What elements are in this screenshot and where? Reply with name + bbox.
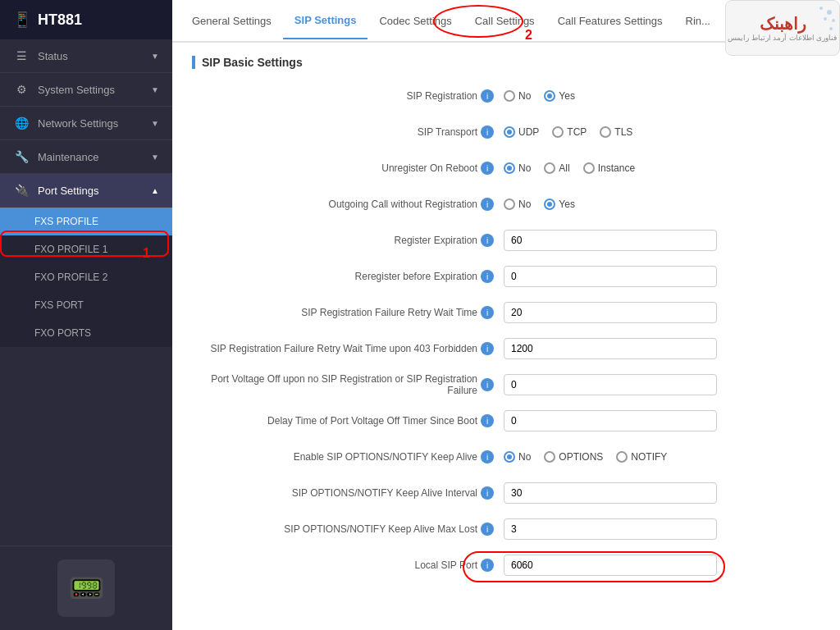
radio-circle — [616, 451, 628, 463]
radio-circle — [600, 126, 611, 138]
tab-codec-settings[interactable]: Codec Settings — [368, 3, 463, 39]
info-icon-options-interval[interactable]: i — [481, 486, 494, 500]
globe-icon: 🌐 — [13, 116, 30, 130]
info-icon-sip-registration[interactable]: i — [481, 89, 494, 103]
sidebar-submenu-fxs-port[interactable]: FXS PORT — [0, 291, 172, 319]
input-delay-time[interactable] — [504, 410, 717, 431]
radio-transport-tcp[interactable]: TCP — [552, 126, 587, 138]
tab-call-settings[interactable]: Call Settings — [463, 3, 546, 39]
sidebar-item-port-settings[interactable]: 🔌 Port Settings ▲ — [0, 174, 172, 208]
info-icon-unregister[interactable]: i — [481, 162, 494, 175]
sidebar-item-status[interactable]: ☰ Status ▼ — [0, 39, 172, 73]
sidebar-submenu-fxo-ports[interactable]: FXO PORTS — [0, 319, 172, 347]
info-icon-reg-expiration[interactable]: i — [481, 234, 494, 247]
info-icon-reg-failure[interactable]: i — [481, 306, 494, 319]
field-enable-sip-options: Enable SIP OPTIONS/NOTIFY Keep Alive i N… — [192, 443, 820, 471]
radio-circle-checked — [504, 162, 515, 174]
tab-general-settings[interactable]: General Settings — [180, 3, 283, 39]
input-port-voltage[interactable] — [504, 374, 717, 395]
port-settings-submenu: FXS PROFILE FXO PROFILE 1 FXO PROFILE 2 … — [0, 208, 172, 347]
label-delay-time: Delay Time of Port Voltage Off Timer Sin… — [192, 414, 504, 427]
radio-circle — [504, 90, 515, 102]
radio-options-options[interactable]: OPTIONS — [544, 451, 603, 463]
field-unregister-on-reboot: Unregister On Reboot i No All Instance — [192, 154, 820, 182]
tab-call-features[interactable]: Call Features Settings — [546, 3, 674, 39]
status-icon: ☰ — [13, 49, 30, 62]
app-title-text: HT881 — [38, 11, 82, 29]
field-outgoing-call: Outgoing Call without Registration i No … — [192, 190, 820, 218]
sidebar-item-maintenance[interactable]: 🔧 Maintenance ▼ — [0, 140, 172, 174]
info-icon-reregister[interactable]: i — [481, 270, 494, 283]
svg-point-1 — [819, 7, 823, 10]
label-unregister: Unregister On Reboot i — [192, 162, 504, 175]
info-icon-local-sip-port[interactable]: i — [481, 559, 494, 572]
section-title: SIP Basic Settings — [192, 56, 820, 69]
fxs-profile-label: FXS PROFILE — [34, 216, 98, 227]
radio-outgoing-yes[interactable]: Yes — [544, 199, 575, 210]
input-reg-failure-retry[interactable] — [504, 302, 717, 323]
svg-point-2 — [832, 19, 835, 22]
input-options-interval[interactable] — [504, 482, 717, 504]
radio-circle — [544, 162, 555, 174]
value-unregister: No All Instance — [504, 162, 820, 174]
sidebar-label-network: Network Settings — [38, 117, 118, 130]
radio-options-no[interactable]: No — [504, 451, 531, 463]
radio-sip-reg-yes[interactable]: Yes — [544, 90, 575, 102]
radio-unregister-instance[interactable]: Instance — [583, 162, 635, 174]
radio-sip-reg-no[interactable]: No — [504, 90, 531, 102]
info-icon-reg-403[interactable]: i — [481, 342, 494, 355]
info-icon-max-lost[interactable]: i — [481, 523, 494, 536]
plug-icon: 🔌 — [13, 184, 30, 197]
label-sip-options-interval: SIP OPTIONS/NOTIFY Keep Alive Interval i — [192, 486, 504, 500]
info-icon-sip-options[interactable]: i — [481, 450, 494, 463]
radio-unregister-all[interactable]: All — [544, 162, 569, 174]
radio-transport-tls[interactable]: TLS — [600, 126, 632, 138]
field-register-expiration: Register Expiration i — [192, 226, 820, 254]
label-enable-sip-options: Enable SIP OPTIONS/NOTIFY Keep Alive i — [192, 450, 504, 463]
info-icon-outgoing-call[interactable]: i — [481, 198, 494, 211]
input-reregister[interactable] — [504, 266, 717, 287]
radio-circle — [504, 199, 515, 210]
fxo-profile-1-label: FXO PROFILE 1 — [34, 244, 107, 255]
label-local-sip-port: Local SIP Port i — [192, 559, 504, 572]
annotation-number-2: 2 — [525, 28, 532, 43]
radio-circle — [552, 126, 564, 138]
chevron-down-icon: ▼ — [151, 153, 159, 162]
input-local-sip-port[interactable] — [504, 555, 717, 576]
value-outgoing-call: No Yes — [504, 199, 820, 210]
radio-group-sip-transport: UDP TCP TLS — [504, 126, 632, 138]
app-icon: 📱 — [13, 11, 31, 29]
radio-transport-udp[interactable]: UDP — [504, 126, 539, 138]
chevron-up-icon: ▲ — [151, 186, 159, 195]
label-sip-registration: SIP Registration i — [192, 89, 504, 103]
svg-point-3 — [824, 17, 827, 21]
sidebar-footer: 📟 — [0, 546, 172, 630]
sidebar-submenu-fxs-profile[interactable]: FXS PROFILE — [0, 208, 172, 235]
radio-options-notify[interactable]: NOTIFY — [616, 451, 667, 463]
info-icon-port-voltage[interactable]: i — [481, 378, 494, 391]
annotation-number-1: 1 — [143, 246, 150, 261]
radio-unregister-no[interactable]: No — [504, 162, 531, 174]
input-register-expiration[interactable] — [504, 230, 717, 251]
sidebar-label-system: System Settings — [38, 84, 115, 96]
main-content: راهبنک فناوری اطلاعات آرمد ارتباط رایمس … — [172, 0, 840, 630]
radio-group-outgoing-call: No Yes — [504, 199, 575, 210]
sidebar-item-network-settings[interactable]: 🌐 Network Settings ▼ — [0, 107, 172, 140]
value-reregister — [504, 266, 820, 287]
sidebar-submenu-fxo-profile-2[interactable]: FXO PROFILE 2 — [0, 263, 172, 291]
sidebar-item-system-settings[interactable]: ⚙ System Settings ▼ — [0, 73, 172, 107]
tab-sip-settings[interactable]: SIP Settings — [283, 2, 368, 39]
chevron-down-icon: ▼ — [151, 85, 159, 94]
input-max-lost[interactable] — [504, 518, 717, 540]
info-icon-delay-time[interactable]: i — [481, 414, 494, 427]
label-outgoing-call: Outgoing Call without Registration i — [192, 198, 504, 211]
radio-outgoing-no[interactable]: No — [504, 199, 531, 210]
info-icon-sip-transport[interactable]: i — [481, 126, 494, 139]
label-register-expiration: Register Expiration i — [192, 234, 504, 247]
field-sip-reg-failure-403: SIP Registration Failure Retry Wait Time… — [192, 335, 820, 363]
tab-ring[interactable]: Rin... — [674, 3, 722, 39]
field-delay-time: Delay Time of Port Voltage Off Timer Sin… — [192, 407, 820, 435]
svg-point-0 — [827, 10, 832, 15]
value-sip-transport: UDP TCP TLS — [504, 126, 820, 138]
input-reg-403[interactable] — [504, 338, 717, 359]
